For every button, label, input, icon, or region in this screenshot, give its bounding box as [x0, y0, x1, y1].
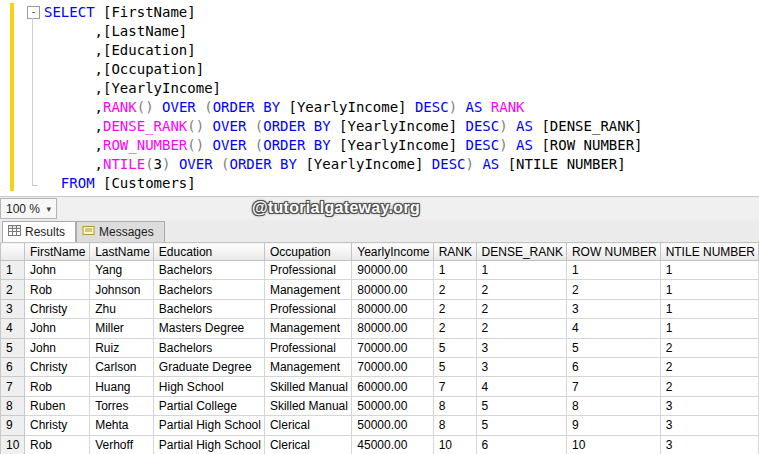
grid-cell[interactable]: 50000.00 — [352, 396, 433, 415]
grid-cell[interactable]: 4 — [566, 319, 660, 338]
grid-cell[interactable]: Professional — [264, 299, 351, 318]
column-header[interactable]: NTILE NUMBER — [660, 243, 758, 261]
grid-cell[interactable]: John — [24, 261, 89, 280]
grid-cell[interactable]: Clerical — [264, 416, 351, 435]
row-number[interactable]: 8 — [1, 396, 25, 415]
grid-cell[interactable]: 1 — [660, 319, 758, 338]
row-number[interactable]: 1 — [1, 261, 25, 280]
grid-cell[interactable]: Miller — [90, 319, 154, 338]
grid-cell[interactable]: 1 — [660, 280, 758, 299]
code-area[interactable]: SELECT [FirstName] ,[LastName] ,[Educati… — [44, 3, 759, 196]
grid-cell[interactable]: 2 — [476, 280, 566, 299]
grid-cell[interactable]: Partial College — [153, 396, 264, 415]
code-line[interactable]: ,[LastName] — [44, 22, 759, 41]
grid-cell[interactable]: 1 — [476, 261, 566, 280]
code-fold-toggle-icon[interactable]: - — [27, 6, 40, 19]
tab-results[interactable]: Results — [2, 221, 76, 242]
grid-cell[interactable]: 2 — [476, 319, 566, 338]
column-header[interactable]: RANK — [433, 243, 476, 261]
grid-cell[interactable]: Skilled Manual — [264, 396, 351, 415]
grid-cell[interactable]: Partial High School — [153, 435, 264, 454]
grid-cell[interactable]: Professional — [264, 261, 351, 280]
tab-messages[interactable]: Messages — [76, 221, 165, 242]
grid-cell[interactable]: Skilled Manual — [264, 377, 351, 396]
sql-editor[interactable]: - SELECT [FirstName] ,[LastName] ,[Educa… — [0, 0, 759, 196]
grid-cell[interactable]: Professional — [264, 338, 351, 357]
grid-cell[interactable]: 1 — [433, 261, 476, 280]
row-number[interactable]: 7 — [1, 377, 25, 396]
column-header[interactable]: ROW NUMBER — [566, 243, 660, 261]
grid-cell[interactable]: 3 — [660, 416, 758, 435]
grid-cell[interactable]: 5 — [476, 396, 566, 415]
zoom-selector[interactable]: 100 % ▾ — [0, 198, 57, 219]
grid-cell[interactable]: Bachelors — [153, 338, 264, 357]
grid-cell[interactable]: Ruiz — [90, 338, 154, 357]
grid-cell[interactable]: 7 — [433, 377, 476, 396]
grid-cell[interactable]: Graduate Degree — [153, 357, 264, 376]
grid-cell[interactable]: Partial High School — [153, 416, 264, 435]
grid-cell[interactable]: Masters Degree — [153, 319, 264, 338]
column-header[interactable]: Occupation — [264, 243, 351, 261]
grid-cell[interactable]: 2 — [660, 338, 758, 357]
code-line[interactable]: FROM [Customers] — [44, 174, 759, 193]
grid-cell[interactable]: 45000.00 — [352, 435, 433, 454]
grid-cell[interactable]: 7 — [566, 377, 660, 396]
grid-cell[interactable]: Bachelors — [153, 261, 264, 280]
grid-cell[interactable]: Christy — [24, 299, 89, 318]
grid-cell[interactable]: 2 — [476, 299, 566, 318]
grid-cell[interactable]: Bachelors — [153, 299, 264, 318]
grid-cell[interactable]: Verhoff — [90, 435, 154, 454]
grid-cell[interactable]: Rob — [24, 435, 89, 454]
grid-cell[interactable]: Torres — [90, 396, 154, 415]
row-number[interactable]: 10 — [1, 435, 25, 454]
grid-cell[interactable]: 3 — [566, 299, 660, 318]
code-line[interactable]: ,RANK() OVER (ORDER BY [YearlyIncome] DE… — [44, 98, 759, 117]
grid-cell[interactable]: 3 — [476, 338, 566, 357]
column-header[interactable]: DENSE_RANK — [476, 243, 566, 261]
grid-cell[interactable]: Management — [264, 357, 351, 376]
grid-cell[interactable]: Rob — [24, 280, 89, 299]
code-line[interactable]: ,[Education] — [44, 41, 759, 60]
grid-cell[interactable]: 3 — [660, 435, 758, 454]
grid-cell[interactable]: 10 — [433, 435, 476, 454]
column-header[interactable]: LastName — [90, 243, 154, 261]
grid-cell[interactable]: 5 — [433, 357, 476, 376]
grid-cell[interactable]: 2 — [433, 319, 476, 338]
grid-cell[interactable]: John — [24, 338, 89, 357]
grid-cell[interactable]: Zhu — [90, 299, 154, 318]
grid-cell[interactable]: Carlson — [90, 357, 154, 376]
grid-cell[interactable]: 9 — [566, 416, 660, 435]
row-number[interactable]: 5 — [1, 338, 25, 357]
grid-cell[interactable]: 5 — [476, 416, 566, 435]
grid-cell[interactable]: Mehta — [90, 416, 154, 435]
row-number[interactable]: 9 — [1, 416, 25, 435]
grid-cell[interactable]: 2 — [660, 377, 758, 396]
grid-cell[interactable]: Johnson — [90, 280, 154, 299]
grid-cell[interactable]: 2 — [566, 280, 660, 299]
grid-cell[interactable]: 50000.00 — [352, 416, 433, 435]
grid-cell[interactable]: 1 — [660, 299, 758, 318]
row-number[interactable]: 3 — [1, 299, 25, 318]
grid-corner[interactable] — [1, 243, 25, 261]
grid-cell[interactable]: John — [24, 319, 89, 338]
row-number[interactable]: 6 — [1, 357, 25, 376]
grid-cell[interactable]: Bachelors — [153, 280, 264, 299]
grid-cell[interactable]: 60000.00 — [352, 377, 433, 396]
grid-cell[interactable]: 2 — [433, 299, 476, 318]
row-number[interactable]: 2 — [1, 280, 25, 299]
grid-cell[interactable]: 4 — [476, 377, 566, 396]
grid-cell[interactable]: 6 — [476, 435, 566, 454]
grid-cell[interactable]: 70000.00 — [352, 338, 433, 357]
grid-cell[interactable]: Christy — [24, 416, 89, 435]
code-line[interactable]: SELECT [FirstName] — [44, 3, 759, 22]
code-line[interactable]: ,ROW_NUMBER() OVER (ORDER BY [YearlyInco… — [44, 136, 759, 155]
grid-cell[interactable]: Management — [264, 319, 351, 338]
grid-cell[interactable]: 80000.00 — [352, 319, 433, 338]
column-header[interactable]: FirstName — [24, 243, 89, 261]
grid-cell[interactable]: Ruben — [24, 396, 89, 415]
grid-cell[interactable]: 8 — [566, 396, 660, 415]
code-line[interactable]: ,NTILE(3) OVER (ORDER BY [YearlyIncome] … — [44, 155, 759, 174]
column-header[interactable]: Education — [153, 243, 264, 261]
grid-cell[interactable]: 10 — [566, 435, 660, 454]
grid-cell[interactable]: 3 — [660, 396, 758, 415]
